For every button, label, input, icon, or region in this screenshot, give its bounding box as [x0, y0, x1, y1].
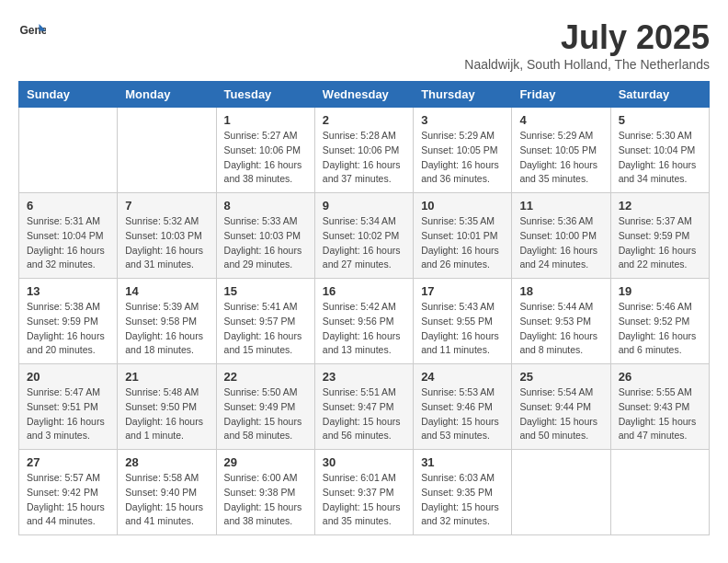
day-info: Sunrise: 5:28 AM Sunset: 10:06 PM Daylig… — [323, 129, 405, 187]
table-row: 18Sunrise: 5:44 AM Sunset: 9:53 PM Dayli… — [512, 279, 610, 364]
day-info: Sunrise: 5:38 AM Sunset: 9:59 PM Dayligh… — [27, 300, 109, 358]
table-row: 13Sunrise: 5:38 AM Sunset: 9:59 PM Dayli… — [19, 279, 118, 364]
col-wednesday: Wednesday — [314, 82, 413, 108]
day-number: 13 — [27, 284, 109, 298]
day-info: Sunrise: 5:34 AM Sunset: 10:02 PM Daylig… — [323, 214, 405, 272]
table-row: 19Sunrise: 5:46 AM Sunset: 9:52 PM Dayli… — [610, 279, 709, 364]
day-number: 11 — [519, 199, 602, 213]
day-number: 9 — [323, 199, 405, 213]
table-row: 15Sunrise: 5:41 AM Sunset: 9:57 PM Dayli… — [216, 279, 314, 364]
calendar-week-row: 27Sunrise: 5:57 AM Sunset: 9:42 PM Dayli… — [19, 450, 710, 535]
table-row: 17Sunrise: 5:43 AM Sunset: 9:55 PM Dayli… — [414, 279, 512, 364]
day-info: Sunrise: 5:27 AM Sunset: 10:06 PM Daylig… — [224, 129, 307, 187]
day-number: 1 — [224, 113, 307, 127]
day-info: Sunrise: 5:46 AM Sunset: 9:52 PM Dayligh… — [619, 300, 701, 358]
table-row: 8Sunrise: 5:33 AM Sunset: 10:03 PM Dayli… — [216, 193, 314, 279]
day-number: 31 — [421, 455, 504, 469]
calendar-table: Sunday Monday Tuesday Wednesday Thursday… — [18, 81, 710, 535]
table-row — [19, 108, 118, 193]
day-number: 8 — [224, 199, 307, 213]
day-info: Sunrise: 6:01 AM Sunset: 9:37 PM Dayligh… — [323, 471, 405, 529]
table-row: 31Sunrise: 6:03 AM Sunset: 9:35 PM Dayli… — [414, 450, 512, 535]
table-row: 10Sunrise: 5:35 AM Sunset: 10:01 PM Dayl… — [414, 193, 512, 279]
table-row — [118, 108, 216, 193]
day-number: 16 — [323, 284, 405, 298]
day-number: 17 — [421, 284, 504, 298]
day-number: 29 — [224, 455, 307, 469]
day-info: Sunrise: 5:29 AM Sunset: 10:05 PM Daylig… — [421, 129, 504, 187]
table-row: 25Sunrise: 5:54 AM Sunset: 9:44 PM Dayli… — [512, 364, 610, 450]
col-thursday: Thursday — [414, 82, 512, 108]
location-title: Naaldwijk, South Holland, The Netherland… — [464, 57, 710, 72]
table-row: 14Sunrise: 5:39 AM Sunset: 9:58 PM Dayli… — [118, 279, 216, 364]
day-number: 5 — [619, 113, 701, 127]
table-row: 1Sunrise: 5:27 AM Sunset: 10:06 PM Dayli… — [216, 108, 314, 193]
day-number: 14 — [125, 284, 208, 298]
day-number: 27 — [27, 455, 109, 469]
day-number: 21 — [125, 370, 208, 384]
table-row: 5Sunrise: 5:30 AM Sunset: 10:04 PM Dayli… — [610, 108, 709, 193]
table-row: 21Sunrise: 5:48 AM Sunset: 9:50 PM Dayli… — [118, 364, 216, 450]
day-number: 24 — [421, 370, 504, 384]
day-info: Sunrise: 5:33 AM Sunset: 10:03 PM Daylig… — [224, 214, 307, 272]
table-row: 30Sunrise: 6:01 AM Sunset: 9:37 PM Dayli… — [314, 450, 413, 535]
day-number: 6 — [27, 199, 109, 213]
day-info: Sunrise: 6:00 AM Sunset: 9:38 PM Dayligh… — [224, 471, 307, 529]
table-row: 9Sunrise: 5:34 AM Sunset: 10:02 PM Dayli… — [314, 193, 413, 279]
calendar-week-row: 6Sunrise: 5:31 AM Sunset: 10:04 PM Dayli… — [19, 193, 710, 279]
col-monday: Monday — [118, 82, 216, 108]
day-info: Sunrise: 5:32 AM Sunset: 10:03 PM Daylig… — [125, 214, 208, 272]
month-title: July 2025 — [464, 18, 710, 57]
calendar-week-row: 20Sunrise: 5:47 AM Sunset: 9:51 PM Dayli… — [19, 364, 710, 450]
title-area: July 2025 Naaldwijk, South Holland, The … — [464, 18, 710, 72]
col-saturday: Saturday — [610, 82, 709, 108]
day-info: Sunrise: 5:42 AM Sunset: 9:56 PM Dayligh… — [323, 300, 405, 358]
day-number: 10 — [421, 199, 504, 213]
day-number: 23 — [323, 370, 405, 384]
day-info: Sunrise: 5:50 AM Sunset: 9:49 PM Dayligh… — [224, 385, 307, 443]
calendar-week-row: 13Sunrise: 5:38 AM Sunset: 9:59 PM Dayli… — [19, 279, 710, 364]
day-number: 3 — [421, 113, 504, 127]
table-row: 23Sunrise: 5:51 AM Sunset: 9:47 PM Dayli… — [314, 364, 413, 450]
table-row: 24Sunrise: 5:53 AM Sunset: 9:46 PM Dayli… — [414, 364, 512, 450]
logo-icon: General — [18, 18, 46, 46]
day-info: Sunrise: 5:54 AM Sunset: 9:44 PM Dayligh… — [519, 385, 602, 443]
day-info: Sunrise: 5:47 AM Sunset: 9:51 PM Dayligh… — [27, 385, 109, 443]
day-info: Sunrise: 5:41 AM Sunset: 9:57 PM Dayligh… — [224, 300, 307, 358]
day-number: 18 — [519, 284, 602, 298]
day-number: 25 — [519, 370, 602, 384]
day-info: Sunrise: 5:57 AM Sunset: 9:42 PM Dayligh… — [27, 471, 109, 529]
day-info: Sunrise: 5:43 AM Sunset: 9:55 PM Dayligh… — [421, 300, 504, 358]
day-number: 19 — [619, 284, 701, 298]
day-info: Sunrise: 5:35 AM Sunset: 10:01 PM Daylig… — [421, 214, 504, 272]
day-info: Sunrise: 5:58 AM Sunset: 9:40 PM Dayligh… — [125, 471, 208, 529]
day-number: 26 — [619, 370, 701, 384]
day-info: Sunrise: 5:48 AM Sunset: 9:50 PM Dayligh… — [125, 385, 208, 443]
table-row: 22Sunrise: 5:50 AM Sunset: 9:49 PM Dayli… — [216, 364, 314, 450]
table-row — [512, 450, 610, 535]
day-info: Sunrise: 5:29 AM Sunset: 10:05 PM Daylig… — [519, 129, 602, 187]
day-number: 15 — [224, 284, 307, 298]
table-row: 26Sunrise: 5:55 AM Sunset: 9:43 PM Dayli… — [610, 364, 709, 450]
day-info: Sunrise: 5:53 AM Sunset: 9:46 PM Dayligh… — [421, 385, 504, 443]
day-info: Sunrise: 5:51 AM Sunset: 9:47 PM Dayligh… — [323, 385, 405, 443]
table-row: 27Sunrise: 5:57 AM Sunset: 9:42 PM Dayli… — [19, 450, 118, 535]
day-info: Sunrise: 5:30 AM Sunset: 10:04 PM Daylig… — [619, 129, 701, 187]
table-row: 3Sunrise: 5:29 AM Sunset: 10:05 PM Dayli… — [414, 108, 512, 193]
day-info: Sunrise: 5:39 AM Sunset: 9:58 PM Dayligh… — [125, 300, 208, 358]
calendar-week-row: 1Sunrise: 5:27 AM Sunset: 10:06 PM Dayli… — [19, 108, 710, 193]
day-info: Sunrise: 5:31 AM Sunset: 10:04 PM Daylig… — [27, 214, 109, 272]
page-header: General July 2025 Naaldwijk, South Holla… — [18, 18, 710, 72]
day-number: 28 — [125, 455, 208, 469]
table-row: 11Sunrise: 5:36 AM Sunset: 10:00 PM Dayl… — [512, 193, 610, 279]
day-info: Sunrise: 5:44 AM Sunset: 9:53 PM Dayligh… — [519, 300, 602, 358]
table-row: 20Sunrise: 5:47 AM Sunset: 9:51 PM Dayli… — [19, 364, 118, 450]
day-info: Sunrise: 5:36 AM Sunset: 10:00 PM Daylig… — [519, 214, 602, 272]
col-sunday: Sunday — [19, 82, 118, 108]
day-number: 20 — [27, 370, 109, 384]
table-row: 7Sunrise: 5:32 AM Sunset: 10:03 PM Dayli… — [118, 193, 216, 279]
day-info: Sunrise: 5:55 AM Sunset: 9:43 PM Dayligh… — [619, 385, 701, 443]
day-info: Sunrise: 6:03 AM Sunset: 9:35 PM Dayligh… — [421, 471, 504, 529]
table-row — [610, 450, 709, 535]
table-row: 6Sunrise: 5:31 AM Sunset: 10:04 PM Dayli… — [19, 193, 118, 279]
